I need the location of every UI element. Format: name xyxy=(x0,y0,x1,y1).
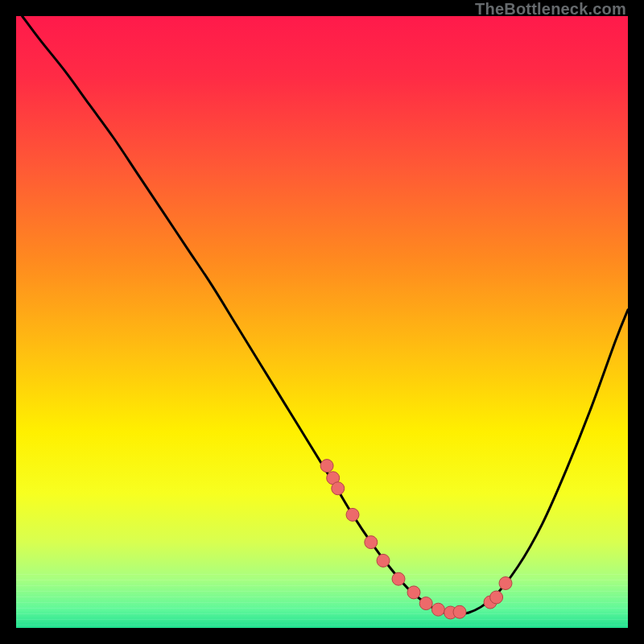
chart-svg xyxy=(16,16,628,628)
data-point xyxy=(377,554,390,567)
data-point xyxy=(490,591,503,604)
band-line xyxy=(16,574,628,575)
data-point xyxy=(431,603,444,616)
data-point xyxy=(453,605,466,618)
band-line xyxy=(16,597,628,597)
band-line xyxy=(16,591,628,592)
data-point xyxy=(419,597,432,610)
data-point xyxy=(332,482,345,495)
chart-frame: TheBottleneck.com xyxy=(0,0,644,644)
band-line xyxy=(16,619,628,620)
data-point xyxy=(407,586,420,599)
band-line xyxy=(16,613,628,614)
data-point xyxy=(365,536,378,549)
data-point xyxy=(346,508,359,521)
data-point xyxy=(499,577,512,590)
band-line xyxy=(16,602,628,603)
chart-plot xyxy=(16,16,628,628)
band-line xyxy=(16,608,628,609)
data-point xyxy=(392,572,405,585)
band-line xyxy=(16,585,628,586)
band-line xyxy=(16,625,628,625)
band-line xyxy=(16,580,628,580)
data-point xyxy=(320,460,333,473)
